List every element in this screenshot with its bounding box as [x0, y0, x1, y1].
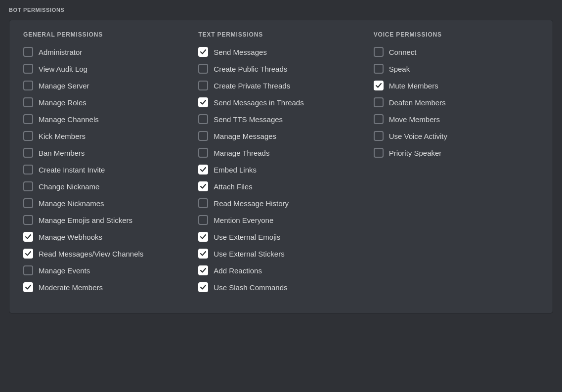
voice-item-0[interactable]: Connect — [374, 47, 539, 57]
general-item-11[interactable]: Manage Webhooks — [23, 232, 188, 242]
voice-item-3[interactable]: Deafen Members — [374, 97, 539, 107]
text-item-4[interactable]: Send TTS Messages — [198, 114, 363, 124]
general-label-6: Ban Members — [39, 149, 85, 157]
text-checkbox-13[interactable] — [198, 265, 208, 275]
general-checkbox-4[interactable] — [23, 114, 33, 124]
general-item-5[interactable]: Kick Members — [23, 131, 188, 141]
text-checkbox-10[interactable] — [198, 215, 208, 225]
text-label-1: Create Public Threads — [214, 65, 287, 73]
text-checkbox-6[interactable] — [198, 148, 208, 158]
general-checkbox-6[interactable] — [23, 148, 33, 158]
voice-item-6[interactable]: Priority Speaker — [374, 148, 539, 158]
text-label-13: Add Reactions — [214, 266, 262, 275]
checkmark-icon — [25, 285, 31, 290]
voice-checkbox-5[interactable] — [374, 131, 384, 141]
general-label-13: Manage Events — [39, 266, 90, 275]
text-checkbox-7[interactable] — [198, 165, 208, 174]
text-checkbox-8[interactable] — [198, 181, 208, 191]
general-checkbox-14[interactable] — [23, 282, 33, 292]
text-checkbox-1[interactable] — [198, 64, 208, 74]
checkmark-icon — [200, 167, 206, 172]
text-item-6[interactable]: Manage Threads — [198, 148, 363, 158]
voice-item-1[interactable]: Speak — [374, 64, 539, 74]
text-label-2: Create Private Threads — [214, 82, 290, 90]
general-item-1[interactable]: View Audit Log — [23, 64, 188, 74]
general-item-14[interactable]: Moderate Members — [23, 282, 188, 292]
voice-checkbox-0[interactable] — [374, 47, 384, 57]
text-item-2[interactable]: Create Private Threads — [198, 81, 363, 90]
text-item-10[interactable]: Mention Everyone — [198, 215, 363, 225]
text-checkbox-12[interactable] — [198, 249, 208, 259]
general-item-12[interactable]: Read Messages/View Channels — [23, 249, 188, 259]
general-checkbox-9[interactable] — [23, 198, 33, 208]
text-item-1[interactable]: Create Public Threads — [198, 64, 363, 74]
voice-header: VOICE PERMISSIONS — [374, 31, 539, 38]
general-label-12: Read Messages/View Channels — [39, 250, 143, 258]
text-item-12[interactable]: Use External Stickers — [198, 249, 363, 259]
general-item-6[interactable]: Ban Members — [23, 148, 188, 158]
text-item-8[interactable]: Attach Files — [198, 181, 363, 191]
general-item-8[interactable]: Change Nickname — [23, 181, 188, 191]
checkmark-icon — [25, 234, 31, 239]
text-item-13[interactable]: Add Reactions — [198, 265, 363, 275]
text-checkbox-0[interactable] — [198, 47, 208, 57]
text-label-11: Use External Emojis — [214, 233, 280, 241]
general-item-9[interactable]: Manage Nicknames — [23, 198, 188, 208]
general-checkbox-3[interactable] — [23, 97, 33, 107]
general-checkbox-7[interactable] — [23, 165, 33, 174]
text-item-7[interactable]: Embed Links — [198, 165, 363, 174]
text-checkbox-14[interactable] — [198, 282, 208, 292]
text-item-9[interactable]: Read Message History — [198, 198, 363, 208]
text-label-5: Manage Messages — [214, 132, 276, 140]
columns-container: GENERAL PERMISSIONS AdministratorView Au… — [23, 31, 539, 299]
general-items: AdministratorView Audit LogManage Server… — [23, 47, 188, 292]
checkmark-icon — [200, 251, 206, 256]
section-title: BOT PERMISSIONS — [9, 7, 553, 13]
general-label-14: Moderate Members — [39, 283, 103, 292]
checkmark-icon — [200, 234, 206, 239]
text-checkbox-9[interactable] — [198, 198, 208, 208]
general-checkbox-0[interactable] — [23, 47, 33, 57]
voice-item-5[interactable]: Use Voice Activity — [374, 131, 539, 141]
text-item-14[interactable]: Use Slash Commands — [198, 282, 363, 292]
text-item-5[interactable]: Manage Messages — [198, 131, 363, 141]
general-item-4[interactable]: Manage Channels — [23, 114, 188, 124]
text-label-7: Embed Links — [214, 166, 257, 174]
general-checkbox-2[interactable] — [23, 81, 33, 90]
general-label-7: Create Instant Invite — [39, 166, 105, 174]
general-item-13[interactable]: Manage Events — [23, 265, 188, 275]
general-checkbox-12[interactable] — [23, 249, 33, 259]
voice-checkbox-3[interactable] — [374, 97, 384, 107]
text-label-0: Send Messages — [214, 48, 267, 56]
general-checkbox-5[interactable] — [23, 131, 33, 141]
voice-checkbox-1[interactable] — [374, 64, 384, 74]
voice-item-2[interactable]: Mute Members — [374, 81, 539, 90]
voice-checkbox-2[interactable] — [374, 81, 384, 90]
general-item-3[interactable]: Manage Roles — [23, 97, 188, 107]
text-item-3[interactable]: Send Messages in Threads — [198, 97, 363, 107]
general-item-7[interactable]: Create Instant Invite — [23, 165, 188, 174]
general-checkbox-1[interactable] — [23, 64, 33, 74]
general-checkbox-10[interactable] — [23, 215, 33, 225]
checkmark-icon — [200, 100, 206, 105]
voice-item-4[interactable]: Move Members — [374, 114, 539, 124]
general-item-2[interactable]: Manage Server — [23, 81, 188, 90]
checkmark-icon — [200, 184, 206, 189]
text-item-11[interactable]: Use External Emojis — [198, 232, 363, 242]
general-checkbox-13[interactable] — [23, 265, 33, 275]
general-checkbox-8[interactable] — [23, 181, 33, 191]
voice-checkbox-6[interactable] — [374, 148, 384, 158]
general-checkbox-11[interactable] — [23, 232, 33, 242]
text-checkbox-3[interactable] — [198, 97, 208, 107]
voice-checkbox-4[interactable] — [374, 114, 384, 124]
text-item-0[interactable]: Send Messages — [198, 47, 363, 57]
text-checkbox-4[interactable] — [198, 114, 208, 124]
general-item-0[interactable]: Administrator — [23, 47, 188, 57]
voice-label-0: Connect — [389, 48, 417, 56]
general-label-11: Manage Webhooks — [39, 233, 102, 241]
text-checkbox-5[interactable] — [198, 131, 208, 141]
checkmark-icon — [200, 49, 206, 54]
text-checkbox-11[interactable] — [198, 232, 208, 242]
general-item-10[interactable]: Manage Emojis and Stickers — [23, 215, 188, 225]
text-checkbox-2[interactable] — [198, 81, 208, 90]
